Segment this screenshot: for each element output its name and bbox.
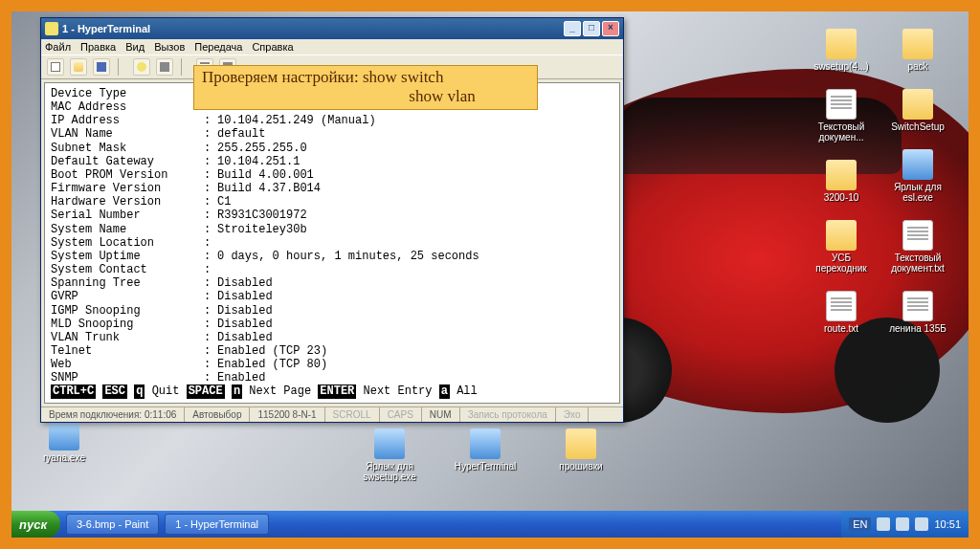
desktop-icon-label: ryana.exe xyxy=(31,452,98,463)
system-tray[interactable]: EN 10:51 xyxy=(841,511,969,538)
terminal-row: System Name:Stroiteley30b xyxy=(51,223,613,236)
menu-файл[interactable]: Файл xyxy=(45,41,71,53)
terminal-row: System Uptime:0 days, 0 hours, 1 minutes… xyxy=(51,250,613,263)
exe-icon xyxy=(49,420,79,450)
desktop-icon-label: Текстовый документ.txt xyxy=(884,253,951,274)
txt-icon xyxy=(826,89,857,120)
tray-icon[interactable] xyxy=(877,517,890,531)
status-log: Запись протокола xyxy=(460,407,556,422)
terminal-row: Subnet Mask:255.255.255.0 xyxy=(51,142,613,155)
terminal-row: Boot PROM Version:Build 4.00.001 xyxy=(51,168,613,182)
status-autodial: Автовыбор xyxy=(185,407,250,422)
menu-передача[interactable]: Передача xyxy=(194,41,242,53)
terminal-row: Default Gateway:10.104.251.1 xyxy=(51,155,613,168)
terminal-row: Hardware Version:C1 xyxy=(51,195,613,209)
desktop-icon-label: HyperTerminal xyxy=(452,461,519,472)
terminal-output[interactable]: Device Type:DES-3200-52 Fast Ethernet Sw… xyxy=(44,82,620,404)
exe-icon xyxy=(374,428,405,459)
terminal-row: Spanning Tree:Disabled xyxy=(51,276,613,290)
desktop-icon[interactable]: Текстовый документ.txt xyxy=(884,220,951,274)
desktop-icon[interactable]: pack xyxy=(884,29,951,72)
folder-icon xyxy=(902,29,933,59)
folder-icon xyxy=(826,220,857,251)
clock[interactable]: 10:51 xyxy=(934,518,961,530)
folder-icon xyxy=(826,29,857,59)
terminal-row: IGMP Snooping:Disabled xyxy=(51,304,613,318)
terminal-row: Serial Number:R3931C3001972 xyxy=(51,209,613,222)
terminal-row: MLD Snooping:Disabled xyxy=(51,318,613,331)
status-scroll: SCROLL xyxy=(325,407,380,422)
toolbar-open-icon[interactable] xyxy=(70,58,87,76)
folder-icon xyxy=(826,160,857,190)
status-settings: 115200 8-N-1 xyxy=(250,407,324,422)
desktop-icon[interactable]: УСБ переходник xyxy=(808,220,875,274)
desktop-icon-label: 3200-10 xyxy=(808,192,875,203)
terminal-row: VLAN Name:default xyxy=(51,127,613,141)
txt-icon xyxy=(902,291,933,321)
desktop-icon[interactable]: SwitchSetup xyxy=(884,89,951,132)
desktop-icon[interactable]: ленина 135Б xyxy=(884,291,951,334)
terminal-row: Firmware Version:Build 4.37.B014 xyxy=(51,182,613,195)
terminal-row: Web:Enabled (TCP 80) xyxy=(51,358,613,371)
status-echo: Эхо xyxy=(556,407,590,422)
status-num: NUM xyxy=(422,407,460,422)
desktop-icon-label: Ярлык для swsetup.exe xyxy=(356,461,423,482)
window-title: 1 - HyperTerminal xyxy=(62,23,564,34)
close-button[interactable]: × xyxy=(602,21,619,36)
terminal-row: System Location: xyxy=(51,236,613,250)
terminal-row: SNMP:Enabled xyxy=(51,371,613,384)
titlebar[interactable]: 1 - HyperTerminal _ □ × xyxy=(41,18,623,39)
toolbar-disconnect-icon[interactable] xyxy=(156,58,173,76)
desktop-icon-label: Ярлык для esl.exe xyxy=(884,182,951,203)
tray-icon[interactable] xyxy=(915,517,928,531)
folder-icon xyxy=(566,428,596,459)
terminal-row: VLAN Trunk:Disabled xyxy=(51,331,613,344)
menu-правка[interactable]: Правка xyxy=(80,41,116,53)
terminal-row: IP Address:10.104.251.249 (Manual) xyxy=(51,114,613,127)
toolbar-phone-icon[interactable] xyxy=(133,58,150,76)
desktop-icon-label: УСБ переходник xyxy=(808,253,875,274)
desktop-icon[interactable]: route.txt xyxy=(808,291,875,334)
desktop-icon[interactable]: прошивки xyxy=(547,428,614,482)
menu-bar: ФайлПравкаВидВызовПередачаСправка xyxy=(41,39,623,55)
start-button[interactable]: пуск xyxy=(11,511,60,538)
menu-справка[interactable]: Справка xyxy=(252,41,293,53)
language-indicator[interactable]: EN xyxy=(849,517,871,531)
desktop-icon[interactable]: ryana.exe xyxy=(31,420,98,463)
desktop-icon[interactable]: Текстовый докумен... xyxy=(808,89,875,143)
annotation-line1: Проверяем настройки: show switch xyxy=(202,68,529,87)
desktop-icon[interactable]: 3200-10 xyxy=(808,160,875,203)
toolbar-save-icon[interactable] xyxy=(93,58,110,76)
taskbar-task-button[interactable]: 3-6.bmp - Paint xyxy=(66,514,159,535)
desktop-icon-label: прошивки xyxy=(547,461,614,472)
terminal-footer: CTRL+C ESC q Quit SPACE n Next Page ENTE… xyxy=(51,384,613,398)
annotation-box: Проверяем настройки: show switch show vl… xyxy=(193,65,538,110)
taskbar-task-button[interactable]: 1 - HyperTerminal xyxy=(165,514,269,535)
menu-вид[interactable]: Вид xyxy=(125,41,145,53)
minimize-button[interactable]: _ xyxy=(564,21,581,36)
desktop-icon-label: pack xyxy=(884,61,951,72)
desktop-icon[interactable]: Ярлык для swsetup.exe xyxy=(356,428,423,482)
desktop-icon[interactable]: swsetup(4...) xyxy=(808,29,875,72)
terminal-row: System Contact: xyxy=(51,263,613,276)
desktop-icon-label: Текстовый докумен... xyxy=(808,121,875,143)
annotation-line2: show vlan xyxy=(202,87,529,106)
desktop-icon-label: route.txt xyxy=(808,323,875,334)
terminal-row: GVRP:Disabled xyxy=(51,290,613,303)
desktop-icon[interactable]: HyperTerminal xyxy=(452,428,519,482)
terminal-row: Telnet:Enabled (TCP 23) xyxy=(51,344,613,358)
maximize-button[interactable]: □ xyxy=(583,21,600,36)
desktop-icon-label: swsetup(4...) xyxy=(808,61,875,72)
status-conn-time: Время подключения: 0:11:06 xyxy=(41,407,185,422)
tray-icon[interactable] xyxy=(896,517,909,531)
desktop-icon-label: ленина 135Б xyxy=(884,323,951,334)
toolbar-new-icon[interactable] xyxy=(47,58,64,76)
txt-icon xyxy=(902,220,933,251)
windows-taskbar: пуск 3-6.bmp - Paint1 - HyperTerminal EN… xyxy=(11,511,969,538)
txt-icon xyxy=(826,291,857,321)
desktop-icon-label: SwitchSetup xyxy=(884,121,951,132)
menu-вызов[interactable]: Вызов xyxy=(154,41,185,53)
desktop-icon[interactable]: Ярлык для esl.exe xyxy=(884,149,951,203)
desktop-wallpaper: swsetup(4...)Текстовый докумен...3200-10… xyxy=(11,11,969,538)
status-bar: Время подключения: 0:11:06 Автовыбор 115… xyxy=(41,406,623,422)
